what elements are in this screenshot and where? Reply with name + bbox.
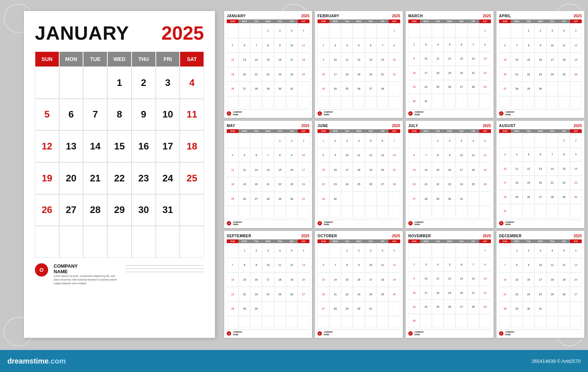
sc-cell: 26 [353,82,365,96]
sc-cell: 21 [377,67,388,82]
large-cal-cell [83,226,107,258]
sc-cell: 22 [388,67,400,82]
sc-cell: 9 [353,258,365,272]
sc-cell [365,192,377,206]
sc-cell: 14 [511,53,523,67]
sc-cell: 15 [388,53,400,67]
sc-cell: 31 [420,94,432,108]
large-cal-cell: 29 [107,194,132,226]
sc-cell [227,133,239,148]
small-day-hdr: WED [444,239,455,243]
sc-cell: 11 [546,258,558,272]
sc-cell: 20 [456,286,467,300]
sc-cell [456,243,467,257]
sc-cell [444,206,455,218]
small-day-hdr: SAT [298,239,309,243]
sc-cell: 14 [388,148,400,163]
sc-cell [420,314,432,328]
sc-cell: 4 [227,148,239,163]
sc-cell [408,206,420,218]
sc-cell: 10 [329,53,341,67]
sc-cell [388,82,400,96]
sc-cell: 6 [250,148,262,163]
small-day-hdr: TUE [432,129,444,133]
footer-line-1 [125,265,204,266]
small-cal-december: DECEMBER2025SUNMONTUEWEDTHUFRISAT1234567… [496,231,584,338]
large-cal-cell: 14 [83,130,107,162]
sc-logo: O [318,221,322,225]
small-cal-footer: OCOMPANYNAME [318,109,400,116]
sc-cell [227,316,239,328]
sc-cell: 17 [298,162,309,177]
sc-cell: 28 [420,192,432,206]
sc-cell [523,96,534,108]
sc-cell: 30 [329,192,341,206]
sc-company: COMPANYNAME [415,111,424,116]
sc-cell: 6 [456,37,467,51]
sc-cell: 25 [353,177,365,192]
small-year-7: 2025 [574,124,582,128]
large-cal-header: JANUARY 2025 [35,22,204,44]
sc-cell [570,204,582,218]
sc-cell: 11 [377,258,388,272]
sc-cell [274,301,286,316]
sc-cell: 2 [329,133,341,148]
large-cal-cell: 16 [132,130,156,162]
sc-cell: 21 [546,176,558,189]
sc-cell: 3 [420,37,432,51]
sc-cell: 10 [546,38,558,53]
sc-cell: 1 [511,243,523,258]
sc-cell: 2 [250,243,262,258]
small-day-hdr: SAT [298,19,309,23]
sc-cell: 8 [523,38,534,53]
large-cal-cell: 24 [156,162,180,194]
sc-cell: 15 [318,162,329,177]
sc-cell [329,96,341,108]
sc-cell: 28 [511,82,523,96]
sc-cell: 4 [274,243,286,258]
sc-cell: 12 [479,148,491,163]
sc-cell: 23 [444,177,455,192]
small-day-hdr: SAT [298,129,309,133]
small-month-3: APRIL [499,14,511,18]
sc-cell [444,24,455,37]
sc-cell [511,133,523,147]
small-month-0: JANUARY [227,14,245,18]
sc-cell: 24 [420,80,432,94]
day-header-wed: WED [107,51,132,67]
small-day-hdr: MON [420,239,432,243]
small-day-hdr: WED [353,239,365,243]
small-day-hdr: SAT [388,239,400,243]
sc-cell: 28 [467,300,479,314]
sc-cell: 1 [239,243,250,258]
small-day-hdr: SAT [388,19,400,23]
sc-cell: 5 [479,133,491,148]
sc-cell: 18 [511,176,523,189]
sc-cell: 10 [499,162,511,176]
sc-cell [329,24,341,38]
sc-cell: 21 [250,67,262,82]
sc-cell: 12 [388,258,400,272]
small-day-hdr: FRI [286,19,298,23]
small-day-hdr: MON [239,129,250,133]
sc-cell [499,243,511,258]
company-text: COMPANYNAME Lorem ipsum sit amet, consec… [54,263,120,285]
sc-company: COMPANYNAME [505,111,514,116]
sc-cell [377,316,388,328]
sc-cell [365,24,377,38]
sc-cell: 24 [420,300,432,314]
small-month-4: MAY [227,124,235,128]
large-cal-cell: 5 [35,99,59,131]
sc-cell: 17 [420,66,432,80]
sc-cell: 24 [329,82,341,96]
sc-cell: 30 [408,94,420,108]
sc-cell: 1 [479,24,491,37]
sc-cell: 11 [558,38,570,53]
sc-cell: 11 [274,258,286,272]
sc-cell: 8 [511,258,523,272]
small-day-hdr: WED [534,239,546,243]
sc-cell [546,301,558,316]
sc-cell [262,133,274,148]
small-day-hdr: THU [456,129,467,133]
small-day-hdr: FRI [467,19,479,23]
